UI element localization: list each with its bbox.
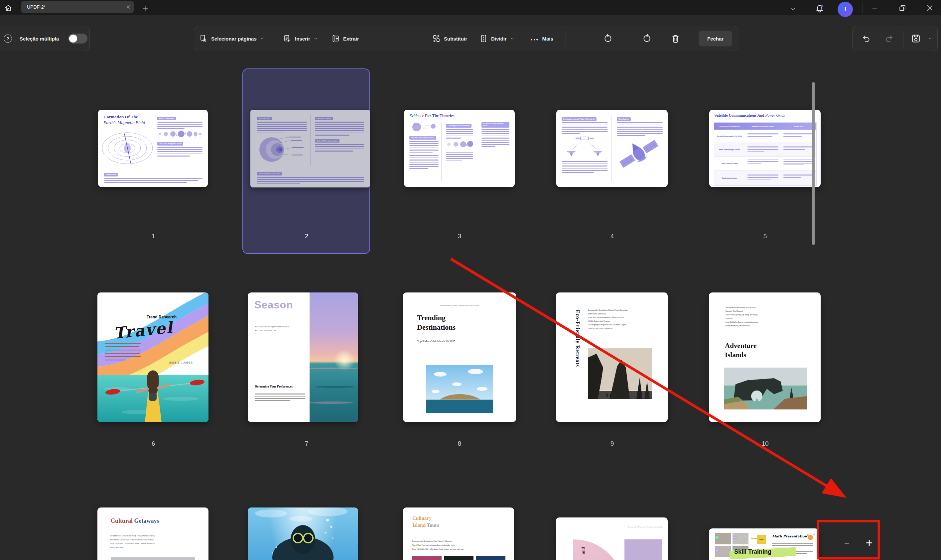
zoom-in-button[interactable]: +: [862, 536, 876, 550]
bell-icon: [814, 4, 825, 14]
zoom-out-button[interactable]: −: [841, 538, 853, 550]
sea-stacks-photo: [588, 348, 652, 399]
page-thumbnail-9[interactable]: Eco-Friendly Retreats Recommended Destin…: [556, 292, 668, 422]
help-button[interactable]: ?: [4, 35, 12, 43]
text-lines: [562, 122, 607, 134]
page-thumbnail-7[interactable]: Season How To Choose The Right Island Fo…: [248, 292, 358, 422]
replace-label: Substituir: [444, 36, 467, 42]
toolbar-divider: [565, 31, 566, 47]
column-1: Implications And Future Research: [562, 115, 607, 174]
close-icon: [126, 4, 131, 10]
collapse-toolbar-button[interactable]: [788, 5, 797, 13]
page-thumbnail-12[interactable]: [248, 508, 358, 560]
doc-title: Cultural Getaways: [111, 517, 159, 525]
minimize-icon: [871, 4, 879, 12]
doc-subtitle: Earth's Magnetic Field: [103, 120, 145, 125]
column-2: Geomagnetic Reversals: [446, 122, 473, 163]
page-thumbnail-14[interactable]: Recommended Destinations: Crete (Greece)…: [556, 517, 668, 560]
travel-cover-art: Trend Research Travel BESSIE COOPER: [97, 292, 208, 422]
new-tab-button[interactable]: [141, 4, 149, 13]
rotate-right-button[interactable]: [641, 34, 652, 44]
diver-photo: [248, 508, 358, 560]
doc-title: Formation Of The: [104, 114, 138, 120]
help-icon: ?: [4, 35, 12, 43]
page-thumbnail-2-selected[interactable]: Introduction Dynamo Theory: [250, 110, 370, 188]
page-thumbnail-5[interactable]: Satellite Communications And Power Grids…: [709, 110, 821, 187]
trash-icon: [670, 34, 681, 44]
table-header: Satellite Communications: [745, 123, 781, 129]
restore-button[interactable]: [897, 3, 908, 13]
split-button[interactable]: Dividir: [479, 34, 515, 43]
page-number-5: 5: [752, 232, 779, 240]
page-thumbnail-13[interactable]: Culinary Island Tours Recommended Destin…: [403, 508, 514, 560]
save-button[interactable]: [910, 33, 921, 44]
page-number-8: 8: [446, 440, 473, 447]
insert-button[interactable]: Inserir: [283, 34, 318, 43]
satellite-link-diagram: [562, 135, 607, 158]
red-arrow-head: [822, 478, 847, 498]
scrollbar-thumb[interactable]: [812, 82, 815, 245]
page-number-4: 4: [599, 232, 626, 240]
doc-title: Math Presentation: [772, 534, 807, 538]
notifications-button[interactable]: [814, 3, 825, 15]
page-thumbnail-10[interactable]: Recommended Destinations: Maui (Hawaii),…: [709, 292, 821, 422]
page-number-3: 3: [446, 232, 473, 240]
page-thumbnail-15[interactable]: 01 02 03 04 idea Math Presentation Skill…: [709, 528, 819, 560]
rotated-word: and: [581, 547, 586, 554]
doc-text: Recommended Destinations: Maui (Hawaii),…: [725, 306, 805, 328]
multi-select-label: Seleção múltipla: [20, 36, 59, 42]
page-thumbnail-6[interactable]: Trend Research Travel BESSIE COOPER: [97, 292, 208, 422]
extract-button[interactable]: Extrair: [331, 34, 359, 43]
text-lines: [446, 152, 473, 162]
more-button[interactable]: Mais: [531, 36, 553, 42]
vertical-title: Eco-Friendly Retreats: [574, 310, 581, 409]
multi-select-toggle[interactable]: [68, 34, 88, 43]
sunset-landscape-photo: [624, 539, 662, 560]
insert-icon: [283, 34, 292, 43]
minimize-button[interactable]: [870, 4, 880, 12]
doc-subtitle: How To Choose The Right Island For Yours…: [255, 325, 289, 332]
page-thumbnail-1[interactable]: Formation Of The Earth's Magnetic Field …: [98, 110, 208, 187]
page-thumbnail-3[interactable]: Evidence For The Theories Influence Of T…: [404, 110, 515, 187]
comparison-table: Comparison Dimensions Satellite Communic…: [714, 122, 817, 186]
document-tab[interactable]: UPDF-2*: [21, 1, 134, 13]
rotate-right-icon: [641, 34, 652, 44]
save-options-button[interactable]: [928, 36, 933, 41]
photo-strip: [412, 556, 505, 560]
doc-title: Adventure Islands: [725, 341, 756, 360]
close-window-button[interactable]: [924, 3, 935, 13]
extract-icon: [331, 34, 340, 43]
doc-title: Season: [254, 299, 293, 311]
text-lines: [157, 122, 202, 129]
page-thumbnail-11[interactable]: Cultural Getaways Recommended Destinatio…: [97, 508, 208, 560]
text-lines: [446, 129, 473, 138]
select-pages-button[interactable]: Selecionar páginas: [199, 34, 265, 43]
doc-title: Satellite Communications And Power Grids: [715, 113, 785, 117]
avatar-initial: I: [845, 6, 846, 12]
user-avatar[interactable]: I: [838, 2, 853, 17]
toolbar-divider: [276, 31, 276, 47]
redo-button[interactable]: [884, 34, 894, 43]
doc-title: Evidence For The Theories: [409, 113, 454, 118]
close-organize-button[interactable]: Fechar: [699, 31, 732, 46]
home-button[interactable]: [3, 3, 13, 13]
rotate-left-button[interactable]: [603, 34, 613, 44]
undo-button[interactable]: [861, 34, 871, 43]
sunset-sea-photo: [310, 292, 358, 422]
table-header: Power Grid: [781, 123, 816, 129]
page-thumbnail-8[interactable]: Highlights On Bali, Maldives, Santorini,…: [403, 292, 516, 422]
text-lines: [255, 391, 305, 402]
page-thumbnail-4[interactable]: Implications And Future Research Conclus…: [556, 110, 668, 187]
table-row: Global Coverage(As Of 2024): [714, 129, 816, 143]
column-rule: [477, 122, 477, 182]
save-icon: [910, 33, 921, 44]
doc-text: Recommended Destinations: Tetiaroa (Fren…: [588, 308, 664, 330]
doc-title: Culinary Island Tours: [412, 515, 439, 529]
satellite-illustration: [617, 138, 661, 169]
text-lines: [157, 147, 202, 157]
tab-close-button[interactable]: [123, 2, 134, 12]
delete-pages-button[interactable]: [670, 34, 681, 44]
replace-button[interactable]: Substituir: [432, 34, 467, 43]
pink-shape: and on: [573, 539, 624, 560]
split-label: Dividir: [491, 36, 507, 42]
